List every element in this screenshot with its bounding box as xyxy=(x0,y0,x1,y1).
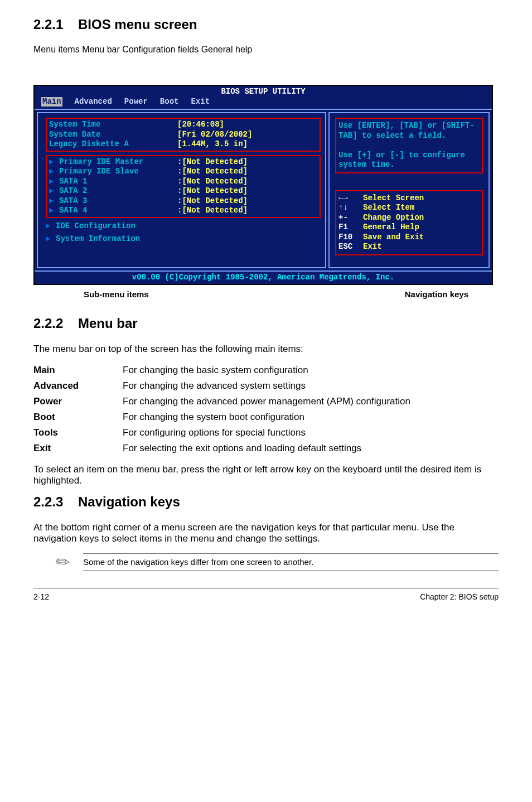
triangle-icon: ▶ xyxy=(49,206,59,216)
nav-keys-box: ←→Select Screen ↑↓Select Item +-Change O… xyxy=(335,190,483,255)
nav-desc: Save and Exit xyxy=(363,233,424,243)
item-label: SATA 1 xyxy=(59,177,177,187)
menu-desc: For changing the advanced power manageme… xyxy=(123,394,410,409)
table-row: ExitFor selecting the exit options and l… xyxy=(33,441,410,456)
section222-outro: To select an item on the menu bar, press… xyxy=(33,464,499,486)
table-row: MainFor changing the basic system config… xyxy=(33,363,410,378)
triangle-icon: ▶ xyxy=(49,186,59,196)
menubar-item-power[interactable]: Power xyxy=(124,97,148,107)
item-value: :[Not Detected] xyxy=(177,167,248,177)
menu-desc: For changing the basic system configurat… xyxy=(123,363,410,378)
submenu-item[interactable]: ▶IDE Configuration xyxy=(46,221,321,231)
menu-items-box: ▶Primary IDE Master:[Not Detected] ▶Prim… xyxy=(46,155,321,218)
section-heading-221: 2.2.1BIOS menu screen xyxy=(33,17,499,32)
anno-config-fields: Configuration fields xyxy=(122,45,199,54)
list-item[interactable]: ▶SATA 2:[Not Detected] xyxy=(49,186,317,196)
nav-desc: Exit xyxy=(363,242,382,252)
menubar-item-main[interactable]: Main xyxy=(41,97,62,107)
menubar-item-exit[interactable]: Exit xyxy=(191,97,210,107)
cfg-label: System Date xyxy=(49,130,177,140)
bios-left-pane: System Time [20:46:08] System Date [Fri … xyxy=(37,112,326,268)
note-box: ✎ Some of the navigation keys differ fro… xyxy=(56,552,499,572)
menu-desc: For selecting the exit options and loadi… xyxy=(123,441,410,456)
menu-key: Main xyxy=(33,363,123,378)
anno-menu-items: Menu items xyxy=(33,45,80,54)
top-annotations: Menu items Menu bar Configuration fields… xyxy=(33,45,491,68)
menubar-item-boot[interactable]: Boot xyxy=(160,97,179,107)
triangle-icon: ▶ xyxy=(49,196,59,206)
footer-page-number: 2-12 xyxy=(33,592,49,601)
item-value: :[Not Detected] xyxy=(177,177,248,187)
item-label: Primary IDE Slave xyxy=(59,167,177,177)
section223-text: At the bottom right corner of a menu scr… xyxy=(33,522,499,544)
list-item[interactable]: ▶SATA 3:[Not Detected] xyxy=(49,196,317,206)
nav-row: ↑↓Select Item xyxy=(338,203,480,213)
cfg-label: Legacy Diskette A xyxy=(49,139,177,149)
triangle-icon: ▶ xyxy=(46,234,56,244)
bios-copyright: v00.00 (C)Copyright 1985-2002, American … xyxy=(35,270,492,284)
item-value: :[Not Detected] xyxy=(177,157,248,167)
submenu-label: System Information xyxy=(56,234,184,244)
table-row: BootFor changing the system boot configu… xyxy=(33,409,410,425)
nav-key: +- xyxy=(338,213,363,223)
submenu-label: IDE Configuration xyxy=(56,221,184,231)
list-item[interactable]: ▶Primary IDE Master:[Not Detected] xyxy=(49,157,317,167)
bios-screen: BIOS SETUP UTILITY Main Advanced Power B… xyxy=(33,85,493,285)
cfg-row[interactable]: Legacy Diskette A [1.44M, 3.5 in] xyxy=(49,139,317,149)
section-number: 2.2.3 xyxy=(33,494,78,510)
menu-key: Power xyxy=(33,394,123,409)
nav-key: ←→ xyxy=(338,194,363,204)
bottom-annotations: Sub-menu items Navigation keys xyxy=(33,289,491,299)
nav-key: ↑↓ xyxy=(338,203,363,213)
nav-row: F10Save and Exit xyxy=(338,233,480,243)
table-row: PowerFor changing the advanced power man… xyxy=(33,394,410,409)
table-row: AdvancedFor changing the advanced system… xyxy=(33,378,410,394)
general-help-box: Use [ENTER], [TAB] or [SHIFT-TAB] to sel… xyxy=(335,118,483,173)
cfg-value: [Fri 02/08/2002] xyxy=(177,130,252,140)
nav-row: ←→Select Screen xyxy=(338,194,480,204)
list-item[interactable]: ▶SATA 4:[Not Detected] xyxy=(49,206,317,216)
bios-right-pane: Use [ENTER], [TAB] or [SHIFT-TAB] to sel… xyxy=(328,112,490,268)
section222-intro: The menu bar on top of the screen has th… xyxy=(33,344,499,355)
triangle-icon: ▶ xyxy=(49,177,59,187)
nav-key: F1 xyxy=(338,223,363,233)
section-heading-222: 2.2.2Menu bar xyxy=(33,316,499,331)
nav-desc: Change Option xyxy=(363,213,424,223)
nav-row: +-Change Option xyxy=(338,213,480,223)
bios-menubar: Main Advanced Power Boot Exit xyxy=(35,97,492,109)
menu-key: Advanced xyxy=(33,378,123,394)
menu-desc: For configuring options for special func… xyxy=(123,425,410,441)
section-title: Navigation keys xyxy=(78,494,180,509)
submenu-item[interactable]: ▶System Information xyxy=(46,234,321,244)
nav-key: F10 xyxy=(338,233,363,243)
menu-desc: For changing the advanced system setting… xyxy=(123,378,410,394)
menu-key: Exit xyxy=(33,441,123,456)
anno-general-help: General help xyxy=(201,45,253,54)
cfg-row[interactable]: System Date [Fri 02/08/2002] xyxy=(49,130,317,140)
item-value: :[Not Detected] xyxy=(177,186,248,196)
menu-description-table: MainFor changing the basic system config… xyxy=(33,363,410,456)
config-fields-box: System Time [20:46:08] System Date [Fri … xyxy=(46,118,321,152)
footer-chapter: Chapter 2: BIOS setup xyxy=(420,592,499,601)
menu-key: Tools xyxy=(33,425,123,441)
note-text: Some of the navigation keys differ from … xyxy=(83,553,499,571)
pencil-icon: ✎ xyxy=(51,550,75,574)
item-label: Primary IDE Master xyxy=(59,157,177,167)
cfg-row[interactable]: System Time [20:46:08] xyxy=(49,120,317,130)
cfg-value: [1.44M, 3.5 in] xyxy=(177,139,248,149)
nav-desc: Select Item xyxy=(363,203,414,213)
section-heading-223: 2.2.3Navigation keys xyxy=(33,494,499,510)
list-item[interactable]: ▶SATA 1:[Not Detected] xyxy=(49,177,317,187)
section-title: Menu bar xyxy=(78,316,138,331)
triangle-icon: ▶ xyxy=(46,221,56,231)
list-item[interactable]: ▶Primary IDE Slave:[Not Detected] xyxy=(49,167,317,177)
cfg-value: [20:46:08] xyxy=(177,120,224,130)
item-label: SATA 2 xyxy=(59,186,177,196)
nav-desc: Select Screen xyxy=(363,194,424,204)
nav-key: ESC xyxy=(338,242,363,252)
menubar-item-advanced[interactable]: Advanced xyxy=(75,97,112,107)
nav-row: ESCExit xyxy=(338,242,480,252)
menu-desc: For changing the system boot configurati… xyxy=(123,409,410,425)
item-value: :[Not Detected] xyxy=(177,206,248,216)
page-footer: 2-12 Chapter 2: BIOS setup xyxy=(33,588,499,601)
